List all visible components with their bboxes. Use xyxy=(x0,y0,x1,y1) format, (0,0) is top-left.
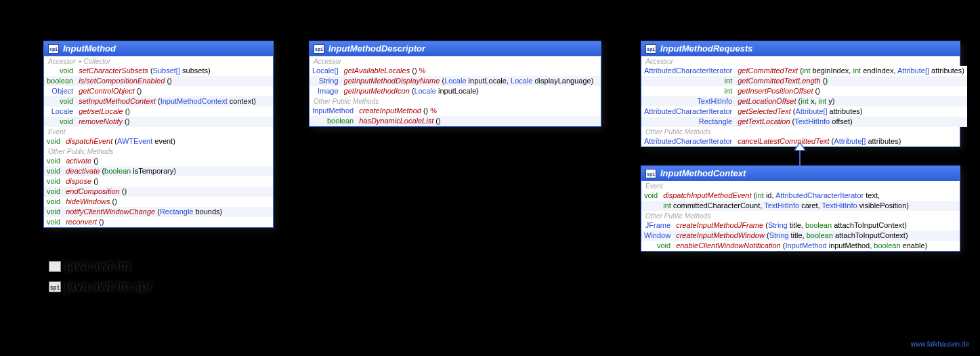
spi-icon: spi xyxy=(314,44,324,54)
member-row: voidactivate () xyxy=(44,156,273,166)
class-header: spi InputMethod xyxy=(44,41,273,56)
member-row: voidreconvert () xyxy=(44,217,273,227)
class-header: spi InputMethodContext xyxy=(641,166,960,181)
member-row: voidhideWindows () xyxy=(44,197,273,207)
class-header: spi InputMethodRequests xyxy=(641,41,960,56)
member-row: voidendComposition () xyxy=(44,186,273,197)
member-row: Localeget/setLocale () xyxy=(44,106,273,117)
section-label: Event xyxy=(44,127,273,136)
class-body: Accessor + CollectorvoidsetCharacterSubs… xyxy=(44,56,273,227)
footer-link[interactable]: www.falkhausen.de xyxy=(911,340,969,348)
member-row: WindowcreateInputMethodWindow (String ti… xyxy=(641,231,960,241)
class-title: InputMethodRequests xyxy=(660,43,753,54)
member-row: AttributedCharacterIteratorgetSelectedTe… xyxy=(641,106,967,117)
section-label: Accessor xyxy=(310,56,601,66)
package-icon: spi xyxy=(49,281,61,292)
svg-marker-0 xyxy=(794,142,805,151)
section-label: Event xyxy=(641,181,960,191)
member-row: InputMethodcreateInputMethod () % xyxy=(310,106,601,116)
member-row: voiddispose () xyxy=(44,176,273,186)
member-row: TextHitInfogetLocationOffset (int x, int… xyxy=(641,96,967,106)
member-row: voiddispatchEvent (AWTEvent event) xyxy=(44,136,273,146)
inheritance-arrow-icon xyxy=(794,142,805,151)
class-title: InputMethodContext xyxy=(660,168,746,178)
member-row: AttributedCharacterIteratorgetCommittedT… xyxy=(641,66,967,76)
class-body: AccessorAttributedCharacterIteratorgetCo… xyxy=(641,56,960,146)
section-label: Accessor xyxy=(641,56,960,66)
class-title: InputMethod xyxy=(63,43,116,54)
member-row: voidenableClientWindowNotification (Inpu… xyxy=(641,241,960,251)
member-row: voiddeactivate (boolean isTemporary) xyxy=(44,166,273,176)
member-row: intgetInsertPositionOffset () xyxy=(641,86,967,96)
member-row: JFramecreateInputMethodJFrame (String ti… xyxy=(641,220,960,231)
class-box-inputmethodcontext: spi InputMethodContext Eventvoiddispatch… xyxy=(641,165,960,252)
member-row: ObjectgetControlObject () xyxy=(44,86,273,96)
member-row: booleanhasDynamicLocaleList () xyxy=(310,116,601,126)
member-row: Locale[]getAvailableLocales () % xyxy=(310,66,601,76)
member-row: voidsetCharacterSubsets (Subset[] subset… xyxy=(44,66,273,76)
section-label: Other Public Methods xyxy=(641,211,960,220)
section-label: Other Public Methods xyxy=(310,96,601,106)
member-row: intgetCommittedTextLength () xyxy=(641,76,967,86)
package-name: java.awt.im xyxy=(65,259,130,273)
member-row: booleanis/setCompositionEnabled () xyxy=(44,76,273,86)
class-box-inputmethoddescriptor: spi InputMethodDescriptor AccessorLocale… xyxy=(309,41,601,127)
spi-icon: spi xyxy=(645,44,656,54)
package-icon xyxy=(49,261,61,272)
member-row: voidnotifyClientWindowChange (Rectangle … xyxy=(44,207,273,217)
package-label: java.awt.im xyxy=(49,259,130,273)
member-row: voidremoveNotify () xyxy=(44,117,273,127)
member-row: int committedCharacterCount, TextHitInfo… xyxy=(641,201,960,211)
member-row: voidsetInputMethodContext (InputMethodCo… xyxy=(44,96,273,106)
spi-icon: spi xyxy=(645,169,656,178)
section-label: Other Public Methods xyxy=(641,127,960,136)
class-header: spi InputMethodDescriptor xyxy=(310,41,601,56)
member-row: StringgetInputMethodDisplayName (Locale … xyxy=(310,76,601,86)
class-body: EventvoiddispatchInputMethodEvent (int i… xyxy=(641,181,960,251)
class-body: AccessorLocale[]getAvailableLocales () %… xyxy=(310,56,601,126)
package-name: java.awt.im.spi xyxy=(65,279,151,294)
member-row: RectanglegetTextLocation (TextHitInfo of… xyxy=(641,117,967,127)
class-title: InputMethodDescriptor xyxy=(328,43,425,54)
section-label: Other Public Methods xyxy=(44,146,273,156)
package-label: spi java.awt.im.spi xyxy=(49,279,151,294)
class-box-inputmethod: spi InputMethod Accessor + Collectorvoid… xyxy=(43,41,274,228)
member-row: ImagegetInputMethodIcon (Locale inputLoc… xyxy=(310,86,601,96)
section-label: Accessor + Collector xyxy=(44,56,273,66)
class-box-inputmethodrequests: spi InputMethodRequests AccessorAttribut… xyxy=(641,41,960,147)
spi-icon: spi xyxy=(48,44,59,54)
member-row: voiddispatchInputMethodEvent (int id, At… xyxy=(641,191,960,201)
